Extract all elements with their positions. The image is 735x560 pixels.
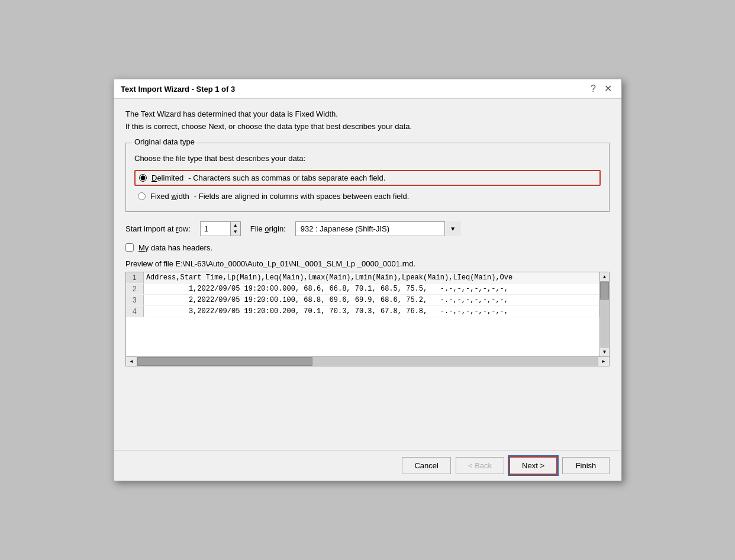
group-legend: Original data type <box>132 137 197 146</box>
original-data-type-group: Original data type Choose the file type … <box>125 143 610 212</box>
table-row: 1 Address,Start Time,Lp(Main),Leq(Main),… <box>126 272 599 284</box>
row-num-4: 4 <box>126 305 143 317</box>
intro-text: The Text Wizard has determined that your… <box>125 108 610 133</box>
spinner-up[interactable]: ▲ <box>231 222 240 229</box>
start-row-input[interactable]: 1 <box>201 222 230 236</box>
preview-label: Preview of file E:\NL-63\Auto_0000\Auto_… <box>125 259 610 268</box>
file-origin-select[interactable]: 932 : Japanese (Shift-JIS) 65001 : Unico… <box>295 221 461 236</box>
table-row: 2 1,2022/09/05 19:20:00.000, 68.6, 66.8,… <box>126 283 599 294</box>
vertical-scrollbar[interactable]: ▲ ▼ <box>599 272 609 356</box>
hscroll-right-button[interactable]: ► <box>598 357 609 366</box>
fixed-width-option-row: Fixed width - Fields are aligned in colu… <box>134 189 601 203</box>
next-button[interactable]: Next > <box>509 456 557 475</box>
hscroll-track[interactable] <box>137 357 598 366</box>
horizontal-scrollbar-row: ◄ ► <box>126 356 609 366</box>
row-num-1: 1 <box>126 272 143 284</box>
spinner-buttons: ▲ ▼ <box>230 222 240 236</box>
dialog-title: Text Import Wizard - Step 1 of 3 <box>121 85 235 94</box>
dialog-body: The Text Wizard has determined that your… <box>114 99 621 450</box>
preview-cell-2: 1,2022/09/05 19:20:00.000, 68.6, 66.8, 7… <box>143 283 599 294</box>
group-content: Choose the file type that best describes… <box>134 154 601 203</box>
headers-checkbox-row: My data has headers. <box>125 243 610 252</box>
hscroll-left-button[interactable]: ◄ <box>126 357 137 366</box>
preview-cell-1: Address,Start Time,Lp(Main),Leq(Main),Lm… <box>143 272 599 284</box>
delimited-description: - Characters such as commas or tabs sepa… <box>188 173 385 182</box>
hscroll-thumb <box>137 357 312 366</box>
preview-table: 1 Address,Start Time,Lp(Main),Leq(Main),… <box>126 272 599 317</box>
finish-button[interactable]: Finish <box>562 457 610 474</box>
file-origin-select-wrapper: 932 : Japanese (Shift-JIS) 65001 : Unico… <box>295 221 461 236</box>
table-row: 4 3,2022/09/05 19:20:00.200, 70.1, 70.3,… <box>126 305 599 317</box>
preview-cell-4: 3,2022/09/05 19:20:00.200, 70.1, 70.3, 7… <box>143 305 599 317</box>
vscroll-thumb <box>600 282 609 300</box>
preview-inner: 1 Address,Start Time,Lp(Main),Leq(Main),… <box>126 272 599 356</box>
headers-checkbox[interactable] <box>125 243 134 252</box>
delimited-label[interactable]: Delimited <box>151 173 183 182</box>
delimited-option-row: Delimited - Characters such as commas or… <box>134 170 601 186</box>
start-row-label: Start import at row: <box>125 224 191 233</box>
file-type-label: Choose the file type that best describes… <box>134 154 601 163</box>
vscroll-down-button[interactable]: ▼ <box>600 347 609 356</box>
form-row: Start import at row: 1 ▲ ▼ File origin: … <box>125 221 610 236</box>
headers-label[interactable]: My data has headers. <box>138 243 212 252</box>
preview-section: Preview of file E:\NL-63\Auto_0000\Auto_… <box>125 259 610 440</box>
intro-line1: The Text Wizard has determined that your… <box>125 108 610 121</box>
start-row-spinner[interactable]: 1 ▲ ▼ <box>200 221 241 236</box>
cancel-button[interactable]: Cancel <box>402 457 450 474</box>
text-import-wizard-dialog: Text Import Wizard - Step 1 of 3 ? ✕ The… <box>113 79 622 481</box>
dialog-footer: Cancel < Back Next > Finish <box>114 450 621 481</box>
intro-line2: If this is correct, choose Next, or choo… <box>125 121 610 133</box>
fixed-width-radio[interactable] <box>138 192 146 200</box>
file-origin-label: File origin: <box>250 224 286 233</box>
preview-cell-3: 2,2022/09/05 19:20:00.100, 68.8, 69.6, 6… <box>143 294 599 305</box>
vscroll-track[interactable] <box>600 282 609 347</box>
vscroll-up-button[interactable]: ▲ <box>600 272 609 282</box>
back-button[interactable]: < Back <box>456 457 504 474</box>
table-row: 3 2,2022/09/05 19:20:00.100, 68.8, 69.6,… <box>126 294 599 305</box>
row-num-3: 3 <box>126 294 143 305</box>
fixed-width-description: - Fields are aligned in columns with spa… <box>194 192 409 201</box>
help-button[interactable]: ? <box>588 84 598 94</box>
delimited-radio[interactable] <box>139 174 147 182</box>
close-button[interactable]: ✕ <box>602 84 614 94</box>
title-bar-controls: ? ✕ <box>588 84 614 94</box>
spinner-down[interactable]: ▼ <box>231 228 240 236</box>
row-num-2: 2 <box>126 283 143 294</box>
fixed-width-label[interactable]: Fixed width <box>150 192 189 201</box>
title-bar: Text Import Wizard - Step 1 of 3 ? ✕ <box>114 79 621 99</box>
preview-container: 1 Address,Start Time,Lp(Main),Leq(Main),… <box>125 272 610 366</box>
